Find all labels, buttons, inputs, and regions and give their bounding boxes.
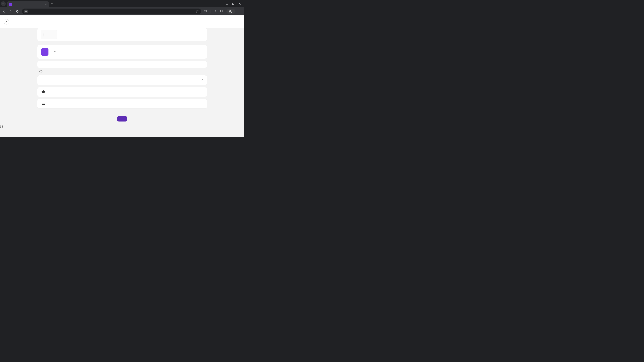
svg-point-4 [240, 11, 240, 11]
incognito-indicator[interactable] [226, 9, 236, 14]
site-info-icon[interactable] [24, 9, 28, 13]
svg-rect-2 [222, 10, 223, 12]
browser-tab[interactable]: ✕ [7, 1, 49, 7]
nav-reload-button[interactable] [15, 10, 20, 13]
address-bar[interactable] [22, 8, 201, 14]
folder-icon [41, 102, 46, 106]
window-maximize-icon[interactable] [232, 2, 234, 5]
new-tab-button[interactable]: + [51, 2, 53, 5]
page-viewport: ✕ [0, 15, 244, 137]
window-minimize-icon[interactable] [226, 2, 228, 5]
extensions-icon[interactable] [204, 9, 207, 13]
class-badge [41, 48, 48, 56]
tab-favicon [9, 3, 12, 6]
activity-thumbnail [41, 30, 57, 39]
close-tab-icon[interactable]: ✕ [45, 3, 47, 6]
folders-row [38, 99, 207, 108]
tab-search-dropdown[interactable] [1, 1, 6, 6]
bookmark-star-icon[interactable] [196, 10, 199, 13]
start-date-field[interactable] [38, 75, 207, 85]
page-header: ✕ [0, 15, 244, 28]
downloads-icon[interactable] [214, 9, 217, 13]
class-selector[interactable] [38, 45, 207, 59]
close-page-button[interactable]: ✕ [4, 19, 9, 24]
page-save-button[interactable] [117, 116, 127, 121]
sidepanel-icon[interactable] [220, 9, 224, 13]
activity-header-card [38, 28, 207, 41]
nav-back-button[interactable] [2, 10, 6, 13]
chevron-down-icon [200, 78, 203, 82]
window-close-icon[interactable] [238, 2, 241, 5]
browser-tab-strip: ✕ + [0, 0, 244, 7]
incognito-icon [229, 10, 232, 13]
graduation-cap-icon [41, 90, 46, 94]
skills-row [38, 87, 207, 97]
chevron-down-icon [2, 3, 4, 5]
nav-forward-button[interactable] [8, 10, 13, 13]
svg-point-3 [240, 10, 240, 10]
start-date-label-row: i [38, 70, 207, 73]
students-row [38, 61, 207, 68]
browser-toolbar: | [0, 7, 244, 15]
browser-menu-icon[interactable] [238, 9, 242, 13]
svg-rect-0 [232, 3, 234, 4]
info-icon[interactable]: i [40, 70, 42, 73]
svg-point-5 [240, 12, 240, 12]
chevron-down-icon [54, 50, 56, 54]
